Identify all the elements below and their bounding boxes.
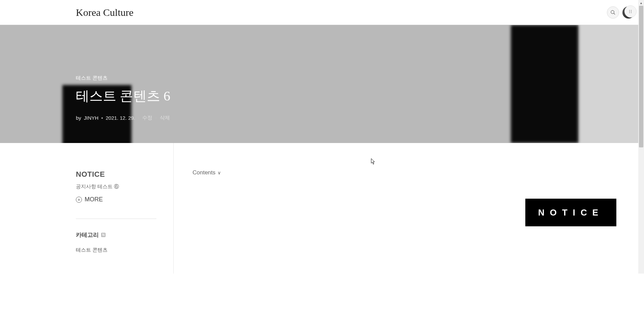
more-label: MORE <box>85 196 103 203</box>
hero-banner: 테스트 콘텐츠 테스트 콘텐츠 6 by JINYH • 2021. 12. 2… <box>0 25 644 143</box>
delete-link[interactable]: 삭제 <box>160 115 170 121</box>
sidebar: NOTICE 공지사항 테스트 ⑥ + MORE 카테고리 N 테스트 콘텐츠 <box>0 143 174 274</box>
category-item[interactable]: 테스트 콘텐츠 <box>76 247 156 253</box>
new-badge: N <box>101 233 106 237</box>
search-icon <box>610 10 616 15</box>
category-heading: 카테고리 N <box>76 231 156 239</box>
svg-point-0 <box>611 10 614 13</box>
sidebar-divider <box>76 219 156 219</box>
separator-dot: • <box>101 115 103 121</box>
lower-area: NOTICE 공지사항 테스트 ⑥ + MORE 카테고리 N 테스트 콘텐츠 … <box>0 143 644 274</box>
overflow-menu-button[interactable]: ⁝⁝ <box>624 5 637 18</box>
post-title: 테스트 콘텐츠 6 <box>76 87 644 105</box>
hero-category[interactable]: 테스트 콘텐츠 <box>76 75 644 81</box>
top-header: Korea Culture <box>0 0 644 25</box>
edit-link[interactable]: 수정 <box>142 115 152 121</box>
content-pane: Contents ∨ NOTICE <box>174 143 644 274</box>
hero-content: 테스트 콘텐츠 테스트 콘텐츠 6 by JINYH • 2021. 12. 2… <box>0 25 644 121</box>
more-button[interactable]: + MORE <box>76 196 156 203</box>
post-date: 2021. 12. 29. <box>106 115 135 121</box>
separator-dot: • <box>138 115 140 121</box>
category-heading-label: 카테고리 <box>76 231 99 239</box>
search-button[interactable] <box>607 6 619 19</box>
sidebar-notice-item[interactable]: 공지사항 테스트 ⑥ <box>76 183 156 190</box>
svg-line-1 <box>614 13 615 15</box>
by-label: by <box>76 115 81 121</box>
notice-graphic-text: NOTICE <box>538 207 604 218</box>
contents-label: Contents <box>193 169 215 176</box>
contents-toggle[interactable]: Contents ∨ <box>193 169 644 176</box>
scrollbar-thumb[interactable] <box>639 6 643 147</box>
chevron-down-icon: ∨ <box>217 170 221 175</box>
plus-circle-icon: + <box>76 197 82 203</box>
kebab-icon: ⁝⁝ <box>629 9 632 14</box>
post-meta: by JINYH • 2021. 12. 29. • 수정 • 삭제 <box>76 115 644 121</box>
author-link[interactable]: JINYH <box>84 115 98 121</box>
sidebar-notice-heading: NOTICE <box>76 170 156 179</box>
separator-dot: • <box>155 115 157 121</box>
scroll-up-arrow[interactable]: ▲ <box>638 0 644 6</box>
vertical-scrollbar[interactable]: ▲ ▼ <box>638 0 644 274</box>
notice-graphic: NOTICE <box>525 199 616 226</box>
site-title[interactable]: Korea Culture <box>76 7 134 18</box>
